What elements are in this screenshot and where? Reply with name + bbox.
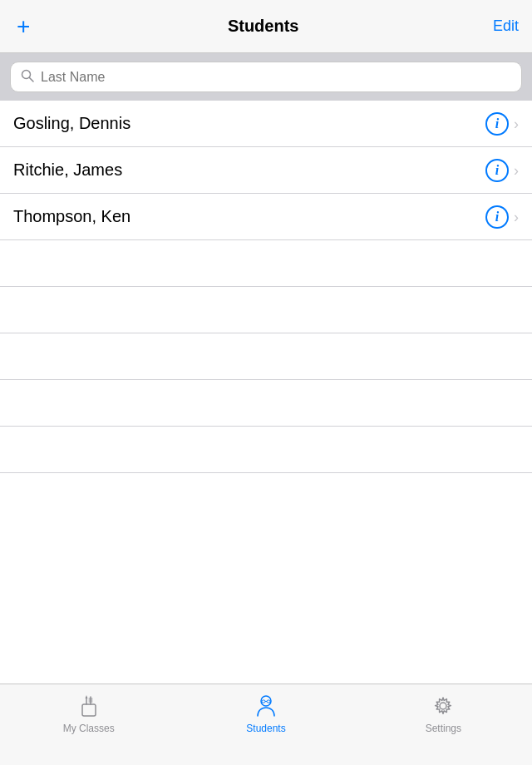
svg-marker-4: [85, 695, 87, 698]
empty-row: [0, 333, 532, 380]
row-actions: i ›: [485, 112, 519, 136]
student-name: Thompson, Ken: [13, 207, 131, 226]
edit-button[interactable]: Edit: [493, 17, 519, 35]
my-classes-icon: [76, 693, 102, 719]
svg-line-1: [30, 78, 34, 82]
my-classes-label: My Classes: [63, 723, 115, 734]
search-input[interactable]: [41, 70, 511, 85]
empty-row: [0, 287, 532, 333]
info-icon[interactable]: i: [485, 205, 509, 229]
svg-point-13: [440, 703, 446, 709]
search-bar: [10, 62, 522, 92]
add-button[interactable]: +: [13, 15, 33, 38]
page-title: Students: [228, 17, 299, 36]
settings-icon: [430, 693, 456, 719]
chevron-icon: ›: [514, 116, 519, 131]
empty-rows: [0, 240, 532, 473]
student-row[interactable]: Ritchie, James i ›: [0, 147, 532, 194]
empty-row: [0, 427, 532, 473]
tab-bar: My Classes Students: [0, 684, 532, 765]
chevron-icon: ›: [514, 163, 519, 178]
info-icon[interactable]: i: [485, 112, 509, 136]
search-icon: [21, 69, 34, 85]
empty-row: [0, 240, 532, 287]
tab-my-classes[interactable]: My Classes: [0, 693, 177, 734]
svg-rect-10: [262, 700, 265, 703]
student-row[interactable]: Thompson, Ken i ›: [0, 194, 532, 240]
students-icon: [253, 693, 279, 719]
svg-rect-2: [82, 704, 96, 716]
tab-students[interactable]: Students: [177, 693, 354, 734]
row-actions: i ›: [485, 159, 519, 182]
settings-label: Settings: [426, 723, 461, 734]
search-container: [0, 53, 532, 101]
student-name: Gosling, Dennis: [13, 114, 131, 133]
navigation-bar: + Students Edit: [0, 0, 532, 53]
empty-row: [0, 380, 532, 427]
svg-rect-11: [267, 700, 270, 703]
students-label: Students: [246, 723, 285, 734]
chevron-icon: ›: [514, 210, 519, 225]
row-actions: i ›: [485, 205, 519, 229]
info-icon[interactable]: i: [485, 159, 509, 182]
student-name: Ritchie, James: [13, 160, 122, 180]
student-list: Gosling, Dennis i › Ritchie, James i › T…: [0, 101, 532, 240]
tab-settings[interactable]: Settings: [355, 693, 532, 734]
student-row[interactable]: Gosling, Dennis i ›: [0, 101, 532, 147]
